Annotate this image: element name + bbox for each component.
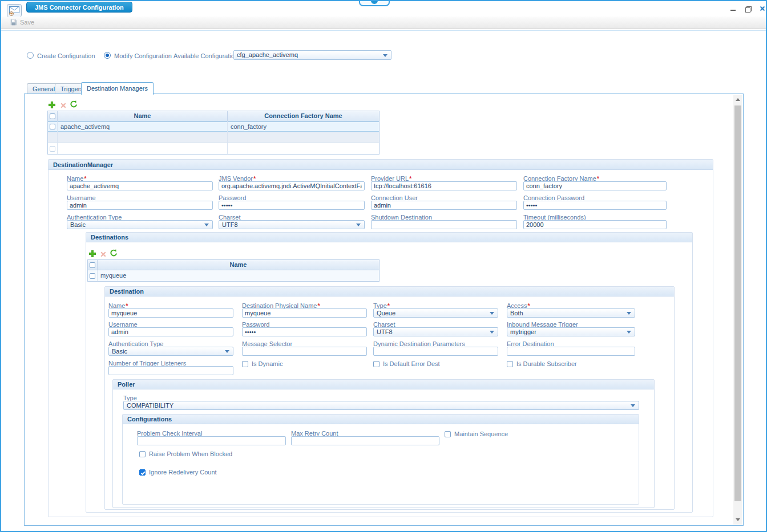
scroll-up-button[interactable] [733,95,742,104]
dm-charset-select[interactable]: UTF8 [219,220,365,229]
chevron-down-icon [627,312,631,315]
ignore-redelivery-checkbox[interactable] [139,469,146,476]
dm-authentication-type-select[interactable]: Basic [67,220,213,229]
problem-check-interval-input[interactable] [137,436,286,445]
scrollbar-thumb[interactable] [734,105,741,501]
is-dynamic-label: Is Dynamic [252,360,282,367]
chevron-down-icon [356,224,361,226]
vertical-scrollbar[interactable] [733,95,742,525]
dm-username-input[interactable] [67,201,213,210]
modify-configuration-radio[interactable] [104,52,111,59]
delete-x-icon [60,103,66,108]
column-connection-factory-name[interactable]: Connection Factory Name [228,111,379,121]
dm-connection-password-input[interactable] [523,201,667,210]
dm-shutdown-destination-input[interactable] [371,220,517,229]
poller-type-select[interactable]: COMPATIBILITY [123,401,639,410]
arrow-down-icon [736,518,740,521]
dest-authentication-type-value: Basic [109,347,233,356]
is-durable-checkbox[interactable] [507,361,513,367]
minimize-button[interactable] [728,5,737,13]
cell-name[interactable]: apache_activemq [58,121,228,132]
column-name[interactable]: Name [98,260,379,270]
row-checkbox[interactable] [50,146,55,152]
is-dynamic-checkbox-row: Is Dynamic [242,360,282,367]
raise-problem-checkbox[interactable] [139,451,146,457]
is-default-error-checkbox[interactable] [373,361,380,367]
destinations-group-title: Destinations [86,233,692,242]
manager-row-apache-activemq[interactable]: apache_activemq conn_factory [48,121,379,132]
destinations-table: Name myqueue [87,259,380,282]
dock-pin-tab[interactable] [359,1,390,6]
dest-name-input[interactable] [108,308,233,318]
cell-name[interactable]: myqueue [98,270,379,281]
dest-physical-name-input[interactable] [242,308,367,318]
app-icon [7,4,22,17]
ignore-redelivery-checkbox-row: Ignore Redelivery Count [139,469,217,476]
raise-problem-label: Raise Problem When Blocked [149,450,232,457]
create-configuration-radio[interactable] [27,52,34,59]
column-name[interactable]: Name [58,111,228,121]
destinations-table-header: Name [88,260,379,270]
dest-charset-select[interactable]: UTF8 [373,327,498,336]
dm-connection-user-input[interactable] [371,201,517,210]
add-manager-button[interactable] [48,101,55,108]
refresh-managers-button[interactable] [70,100,78,108]
dm-timeout-input[interactable] [523,220,667,229]
dest-type-select[interactable]: Queue [373,308,498,318]
plus-icon [89,250,96,257]
dest-username-input[interactable] [108,327,233,336]
check-icon [140,470,146,476]
dest-inbound-trigger-value: mytrigger [507,328,635,336]
is-dynamic-checkbox[interactable] [242,361,248,367]
row-checkbox[interactable] [50,124,55,129]
destination-manager-group-title: DestinationManager [49,160,713,170]
ignore-redelivery-label: Ignore Redelivery Count [149,469,217,476]
delete-destination-button[interactable] [99,250,107,258]
dm-charset-value: UTF8 [219,221,364,229]
empty-row [48,132,379,143]
max-retry-count-input[interactable] [291,436,439,445]
dest-authentication-type-select[interactable]: Basic [108,347,233,356]
available-configurations-select[interactable]: cfg_apache_activemq [233,50,391,60]
tab-destination-managers[interactable]: Destination Managers [81,82,154,95]
cell-connection-factory-name[interactable]: conn_factory [228,121,379,132]
is-durable-label: Is Durable Subscriber [516,360,577,367]
is-durable-checkbox-row: Is Durable Subscriber [507,360,577,367]
create-configuration-label: Create Configuration [37,52,95,59]
row-checkbox[interactable] [90,273,95,279]
select-all-checkbox[interactable] [90,262,95,268]
minimize-icon [730,10,736,11]
delete-manager-button[interactable] [59,101,67,109]
is-default-error-label: Is Default Error Dest [383,360,440,367]
select-all-cell [48,111,58,121]
toolbar-separator [1,30,766,31]
refresh-destinations-button[interactable] [110,249,118,257]
add-destination-button[interactable] [88,250,96,257]
configurations-group-title: Configurations [123,415,639,424]
dm-connection-factory-name-input[interactable] [523,181,667,190]
dest-message-selector-input[interactable] [242,347,367,356]
destination-row-myqueue[interactable]: myqueue [88,270,379,281]
dest-num-listeners-input[interactable] [108,366,233,375]
close-button[interactable] [758,5,767,13]
dest-inbound-trigger-select[interactable]: mytrigger [507,327,635,336]
dest-password-input[interactable] [242,327,367,336]
dest-error-destination-input[interactable] [507,347,635,356]
dm-password-input[interactable] [219,201,365,210]
scroll-down-button[interactable] [733,515,742,525]
dm-provider-url-input[interactable] [371,181,517,190]
maintain-sequence-checkbox[interactable] [445,431,451,437]
dm-name-input[interactable] [67,181,213,190]
dest-access-select[interactable]: Both [507,308,635,318]
poller-group-title: Poller [113,380,654,389]
toolbar: Save [1,17,766,29]
save-button[interactable]: Save [10,19,34,26]
dest-type-value: Queue [374,309,498,318]
chevron-down-icon [490,331,494,334]
dm-jms-vendor-input[interactable] [219,181,365,190]
chevron-down-icon [383,54,387,57]
select-all-checkbox[interactable] [50,113,55,119]
restore-button[interactable] [743,5,752,13]
chevron-down-icon [490,312,494,315]
dest-dynamic-params-input[interactable] [373,347,498,356]
